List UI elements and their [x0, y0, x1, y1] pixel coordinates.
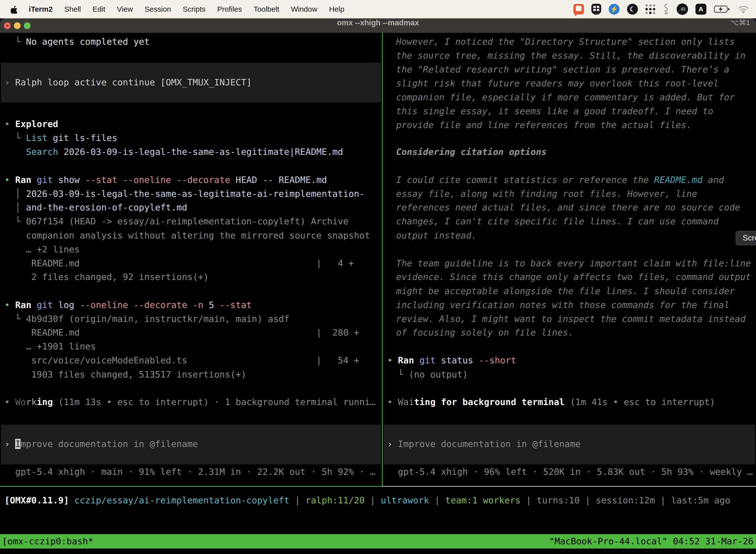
terminal-line: └ 4b9d30f (origin/main, instructkr/main,…: [4, 312, 290, 326]
terminal-line: … +1901 lines: [4, 340, 96, 353]
terminal-line: the source tree, missing the essay. Stil…: [396, 49, 746, 63]
terminal-line: └ (no output): [387, 368, 468, 382]
screen-tooltip: Scre: [736, 231, 756, 245]
terminal-line: evidence. Since this change only affects…: [396, 270, 751, 284]
pane-divider[interactable]: [382, 33, 383, 487]
terminal-line: might be acceptable alongside the file l…: [396, 284, 735, 298]
terminal-line: essay file, along with finding root file…: [396, 187, 697, 201]
terminal-line: Search 2026-03-09-is-legal-the-same-as-l…: [4, 145, 343, 159]
terminal-line: › Improve documentation in @filename: [387, 437, 581, 451]
terminal-line: README.md | 4 +: [4, 257, 354, 270]
terminal-line: However, I noticed the "Directory Struct…: [396, 35, 735, 49]
terminal-line: README.md | 280 +: [4, 326, 359, 340]
terminal-line: the "Related research writing" section i…: [396, 63, 730, 76]
terminal-line: │ and-the-erosion-of-copyleft.md: [4, 201, 187, 214]
terminal-line: └ No agents completed yet: [4, 35, 149, 49]
terminal-line: this single essay, it seems like a good …: [396, 104, 713, 118]
terminal-line: 1903 files changed, 513517 insertions(+): [4, 368, 246, 382]
terminal-line: gpt-5.4 xhigh · 96% left · 520K in · 5.8…: [387, 465, 753, 479]
terminal-line: changes, I can't cite specific file line…: [396, 214, 718, 228]
terminal-line: including verification notes with those …: [396, 298, 730, 312]
terminal-line: gpt-5.4 xhigh · main · 91% left · 2.31M …: [4, 465, 376, 479]
tmux-host-clock-label: "MacBook-Pro-44.local" 04:52 31-Mar-26: [549, 534, 754, 549]
terminal-line: • Ran git show --stat --oneline --decora…: [4, 173, 327, 187]
terminal-line: └ 067f154 (HEAD -> essay/ai-reimplementa…: [4, 214, 349, 228]
omx-status-line: [OMX#0.11.9] cczip/essay/ai-reimplementa…: [4, 493, 730, 507]
terminal-line: output instead.: [396, 229, 477, 242]
terminal-line: 2 files changed, 92 insertions(+): [4, 270, 209, 284]
terminal-line: references need actual files, and since …: [396, 201, 740, 214]
terminal-line: of focusing solely on file lines.: [396, 326, 573, 340]
terminal-line: src/voice/voiceModeEnabled.ts | 54 +: [4, 353, 359, 367]
tmux-status-bar: [omx-cczip0:bash* "MacBook-Pro-44.local"…: [0, 534, 756, 549]
terminal-line: companion file, especially if more comme…: [396, 90, 735, 104]
tmux-session-label[interactable]: [omx-cczip0:bash*: [2, 534, 93, 549]
terminal-line: └ List git ls-files: [4, 131, 117, 145]
terminal-line: slight risk that future readers may over…: [396, 76, 718, 90]
terminal-line: The team guideline is to back every impo…: [396, 257, 751, 270]
terminal-line: • Working (11m 13s • esc to interrupt) ·…: [4, 395, 376, 409]
terminal-line: provide file and line references from th…: [396, 118, 692, 132]
terminal-line: I could cite commit statistics or refere…: [396, 173, 724, 187]
terminal-line: • Explored: [4, 117, 58, 131]
active-pane-separator: [0, 486, 383, 487]
inactive-pane-separator: [383, 486, 756, 487]
terminal-line: companion analysis without altering the …: [4, 229, 370, 242]
terminal-line: • Ran git status --short: [387, 353, 516, 367]
terminal-content: └ No agents completed yet› Ralph loop ac…: [0, 0, 756, 554]
terminal-line: › Ralph loop active continue [OMX_TMUX_I…: [4, 75, 252, 89]
terminal-line: • Waiting for background terminal (1m 41…: [387, 395, 715, 409]
terminal-line: • Ran git log --oneline --decorate -n 5 …: [4, 298, 252, 312]
terminal-line: review. Also, I might want to inspect th…: [396, 312, 746, 326]
terminal-line: │ 2026-03-09-is-legal-the-same-as-legiti…: [4, 187, 365, 201]
terminal-line: … +2 lines: [4, 242, 80, 257]
terminal-line: › Improve documentation in @filename: [4, 437, 198, 451]
terminal-line: Considering citation options: [396, 145, 547, 159]
